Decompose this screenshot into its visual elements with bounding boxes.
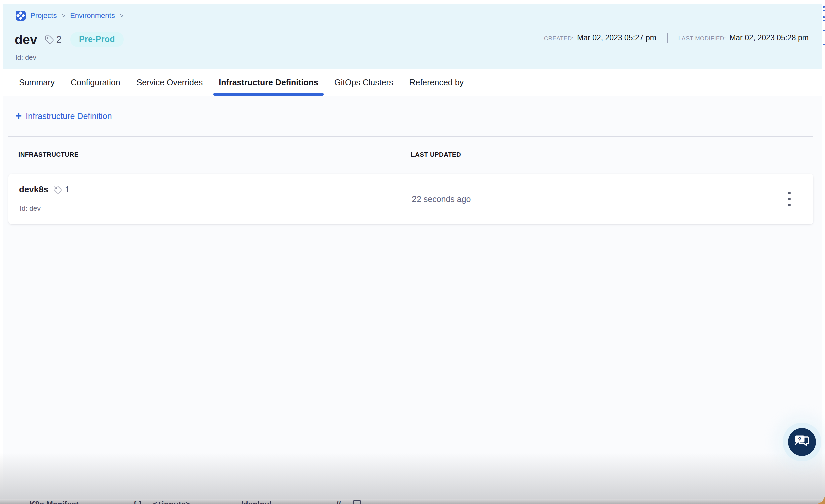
table-row[interactable]: devk8s 1 Id: dev 22 seconds ago xyxy=(8,173,813,224)
chat-question-icon: ? xyxy=(794,435,810,449)
background-cutoff-row: K8s Manifest { } <+inputs> /deploy/ // xyxy=(0,499,825,504)
tab-referenced-by[interactable]: Referenced by xyxy=(409,69,464,96)
tab-infrastructure-definitions[interactable]: Infrastructure Definitions xyxy=(219,69,318,96)
tab-service-overrides[interactable]: Service Overrides xyxy=(137,69,203,96)
bg-braces-icon: { } xyxy=(134,500,142,504)
breadcrumb-projects[interactable]: Projects xyxy=(30,11,57,20)
breadcrumb: Projects > Environments > xyxy=(16,11,124,21)
environment-title-row: dev 2 Pre-Prod xyxy=(15,32,124,47)
svg-text:?: ? xyxy=(798,436,801,443)
infrastructure-definitions-panel: + Infrastructure Definition INFRASTRUCTU… xyxy=(3,96,822,504)
created-modified-meta: CREATED: Mar 02, 2023 05:27 pm LAST MODI… xyxy=(544,33,809,43)
add-infrastructure-definition-button[interactable]: + Infrastructure Definition xyxy=(16,112,112,121)
projects-grid-icon xyxy=(16,11,26,21)
env-id: Id: dev xyxy=(15,53,36,61)
column-header-last-updated: LAST UPDATED xyxy=(411,151,461,158)
last-modified-value: Mar 02, 2023 05:28 pm xyxy=(729,33,809,42)
last-updated-value: 22 seconds ago xyxy=(412,173,471,224)
right-edge-minimap xyxy=(822,0,825,487)
meta-divider xyxy=(667,33,668,43)
tag-icon xyxy=(53,185,62,194)
env-tag-count: 2 xyxy=(56,34,62,45)
breadcrumb-environments[interactable]: Environments xyxy=(70,11,115,20)
tab-gitops-clusters[interactable]: GitOps Clusters xyxy=(334,69,393,96)
row-options-menu-button[interactable] xyxy=(782,189,797,209)
help-chat-button[interactable]: ? xyxy=(788,428,816,456)
add-infrastructure-definition-label: Infrastructure Definition xyxy=(26,112,112,121)
infrastructure-name[interactable]: devk8s xyxy=(19,184,49,195)
page-title: dev xyxy=(15,32,38,47)
column-header-infrastructure: INFRASTRUCTURE xyxy=(18,151,79,158)
infrastructure-tag-count: 1 xyxy=(65,185,70,194)
infrastructure-id: Id: dev xyxy=(20,204,41,212)
environment-header: Projects > Environments > dev 2 Pre-Prod… xyxy=(3,4,822,69)
created-value: Mar 02, 2023 05:27 pm xyxy=(577,33,657,42)
bg-slashes-label: // xyxy=(336,500,341,504)
tab-configuration[interactable]: Configuration xyxy=(71,69,121,96)
breadcrumb-separator: > xyxy=(120,12,124,20)
app-window: Projects > Environments > dev 2 Pre-Prod… xyxy=(0,0,825,504)
bg-manifest-label: K8s Manifest xyxy=(29,500,79,504)
tag-icon xyxy=(45,35,54,45)
bg-store-icon xyxy=(353,500,361,504)
bg-runtime-input-label: <+inputs> xyxy=(152,500,190,504)
env-type-badge: Pre-Prod xyxy=(70,32,124,47)
env-tags: 2 xyxy=(45,34,62,45)
environment-tabs: Summary Configuration Service Overrides … xyxy=(3,69,822,96)
plus-icon: + xyxy=(16,111,22,121)
section-divider xyxy=(8,136,813,137)
breadcrumb-separator: > xyxy=(61,12,65,20)
tab-summary[interactable]: Summary xyxy=(19,69,55,96)
created-label: CREATED: xyxy=(544,35,574,42)
last-modified-label: LAST MODIFIED: xyxy=(678,35,726,42)
bg-path-label: /deploy/ xyxy=(241,500,271,504)
